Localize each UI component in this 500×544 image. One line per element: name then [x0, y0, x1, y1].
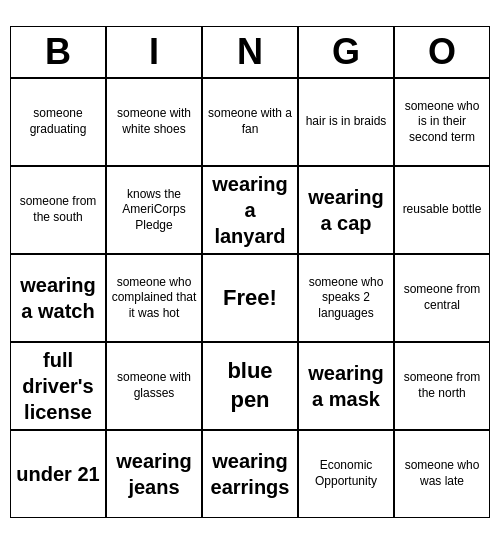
bingo-cell-24: someone who was late — [394, 430, 490, 518]
bingo-cell-19: someone from the north — [394, 342, 490, 430]
bingo-cell-16: someone with glasses — [106, 342, 202, 430]
bingo-cell-20: under 21 — [10, 430, 106, 518]
bingo-card: BINGO someone graduatingsomeone with whi… — [10, 26, 490, 518]
bingo-cell-3: hair is in braids — [298, 78, 394, 166]
bingo-cell-0: someone graduating — [10, 78, 106, 166]
bingo-cell-15: full driver's license — [10, 342, 106, 430]
bingo-cell-1: someone with white shoes — [106, 78, 202, 166]
bingo-cell-23: Economic Opportunity — [298, 430, 394, 518]
bingo-cell-14: someone from central — [394, 254, 490, 342]
header-letter-b: B — [10, 26, 106, 78]
bingo-cell-2: someone with a fan — [202, 78, 298, 166]
bingo-cell-22: wearing earrings — [202, 430, 298, 518]
header-letter-g: G — [298, 26, 394, 78]
header-letter-i: I — [106, 26, 202, 78]
bingo-grid: someone graduatingsomeone with white sho… — [10, 78, 490, 518]
bingo-cell-7: wearing a lanyard — [202, 166, 298, 254]
bingo-cell-13: someone who speaks 2 languages — [298, 254, 394, 342]
bingo-header: BINGO — [10, 26, 490, 78]
bingo-cell-18: wearing a mask — [298, 342, 394, 430]
bingo-cell-12: Free! — [202, 254, 298, 342]
bingo-cell-9: reusable bottle — [394, 166, 490, 254]
bingo-cell-21: wearing jeans — [106, 430, 202, 518]
bingo-cell-4: someone who is in their second term — [394, 78, 490, 166]
bingo-cell-10: wearing a watch — [10, 254, 106, 342]
bingo-cell-5: someone from the south — [10, 166, 106, 254]
header-letter-o: O — [394, 26, 490, 78]
bingo-cell-6: knows the AmeriCorps Pledge — [106, 166, 202, 254]
header-letter-n: N — [202, 26, 298, 78]
bingo-cell-11: someone who complained that it was hot — [106, 254, 202, 342]
bingo-cell-8: wearing a cap — [298, 166, 394, 254]
bingo-cell-17: blue pen — [202, 342, 298, 430]
